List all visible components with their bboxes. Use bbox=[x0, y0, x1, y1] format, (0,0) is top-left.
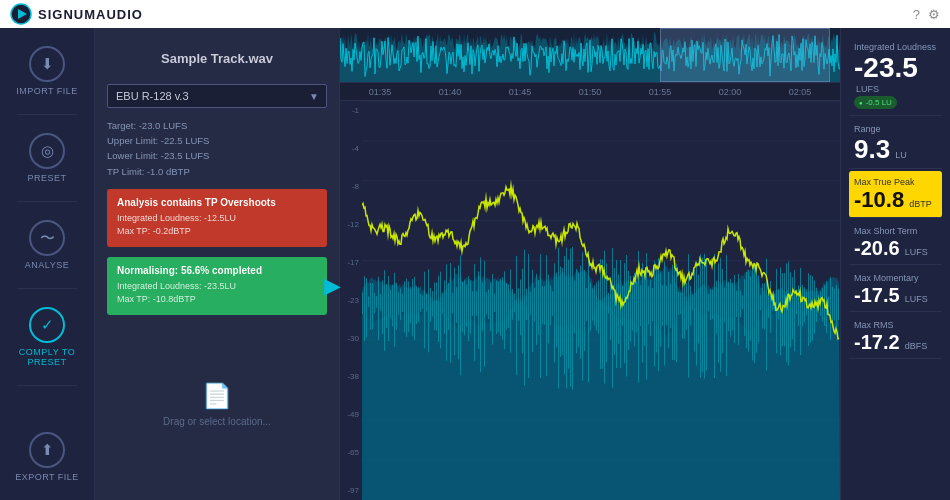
timeline-label-5: 02:00 bbox=[719, 87, 742, 97]
max-short-term-value: -20.6 bbox=[854, 237, 900, 259]
y-label-7: -38 bbox=[340, 372, 359, 381]
main-waveform-canvas bbox=[362, 101, 840, 500]
import-icon: ⬇ bbox=[29, 46, 65, 82]
preset-info: Target: -23.0 LUFS Upper Limit: -22.5 LU… bbox=[107, 118, 327, 179]
timeline-label-3: 01:50 bbox=[579, 87, 602, 97]
max-true-peak-unit: dBTP bbox=[909, 199, 932, 209]
timeline-labels: 01:35 01:40 01:45 01:50 01:55 02:00 02:0… bbox=[345, 87, 835, 97]
error-max-tp: Max TP: -0.2dBTP bbox=[117, 225, 317, 239]
progress-title: Normalising: 56.6% completed bbox=[117, 265, 317, 276]
range-value-row: 9.3 LU bbox=[854, 136, 937, 162]
y-label-3: -12 bbox=[340, 220, 359, 229]
sidebar-label-analyse: ANALYSE bbox=[25, 260, 69, 270]
success-status-box: Normalising: 56.6% completed Integrated … bbox=[107, 257, 327, 315]
max-momentary-unit: LUFS bbox=[905, 294, 928, 304]
drag-file-icon: 📄 bbox=[202, 382, 232, 410]
range-unit: LU bbox=[895, 150, 907, 160]
sidebar-item-comply[interactable]: ✓ COMPLY TO PRESET bbox=[5, 299, 90, 375]
drag-text: Drag or select location... bbox=[163, 416, 271, 427]
integrated-value: -23.5 bbox=[854, 52, 918, 83]
stats-panel: Integrated Loudness -23.5 LUFS -0.5 LU R… bbox=[840, 28, 950, 500]
drag-drop-area[interactable]: 📄 Drag or select location... bbox=[107, 325, 327, 485]
sidebar-item-export[interactable]: ⬆ EXPORT FILE bbox=[5, 424, 90, 490]
max-true-peak-section: Max True Peak -10.8 dBTP bbox=[849, 171, 942, 218]
sidebar-divider-2 bbox=[17, 201, 77, 202]
header: SIGNUMAUDIO ? ⚙ bbox=[0, 0, 950, 28]
progress-integrated: Integrated Loudness: -23.5LU bbox=[117, 280, 317, 294]
max-true-peak-value: -10.8 bbox=[854, 187, 904, 212]
integrated-label: Integrated Loudness bbox=[854, 42, 937, 52]
chart-area: 01:35 01:40 01:45 01:50 01:55 02:00 02:0… bbox=[340, 28, 840, 500]
y-label-6: -30 bbox=[340, 334, 359, 343]
max-rms-value-row: -17.2 dBFS bbox=[854, 332, 937, 352]
file-name: Sample Track.wav bbox=[107, 43, 327, 74]
settings-icon[interactable]: ⚙ bbox=[928, 7, 940, 22]
y-label-0: -1 bbox=[340, 106, 359, 115]
max-momentary-label: Max Momentary bbox=[854, 273, 937, 283]
progress-arrow-icon: ▶ bbox=[324, 273, 341, 299]
max-true-peak-value-row: -10.8 dBTP bbox=[854, 189, 937, 211]
sidebar-label-preset: PRESET bbox=[27, 173, 66, 183]
max-momentary-value: -17.5 bbox=[854, 284, 900, 306]
sidebar-item-preset[interactable]: ◎ PRESET bbox=[5, 125, 90, 191]
y-label-10: -97 bbox=[340, 486, 359, 495]
y-label-5: -23 bbox=[340, 296, 359, 305]
timeline-label-6: 02:05 bbox=[789, 87, 812, 97]
integrated-value-row: -23.5 LUFS bbox=[854, 54, 937, 94]
integrated-badge: -0.5 LU bbox=[854, 96, 897, 109]
max-rms-label: Max RMS bbox=[854, 320, 937, 330]
error-title: Analysis contains TP Overshoots bbox=[117, 197, 317, 208]
sidebar: ⬇ IMPORT FILE ◎ PRESET 〜 ANALYSE ✓ COMPL… bbox=[0, 28, 95, 500]
sidebar-divider-3 bbox=[17, 288, 77, 289]
preset-select-container: EBU R-128 v.3 ATSC A/85 AES Streaming ▼ bbox=[107, 84, 327, 108]
max-rms-unit: dBFS bbox=[905, 341, 928, 351]
preset-lower: Lower Limit: -23.5 LUFS bbox=[107, 148, 327, 163]
sidebar-item-analyse[interactable]: 〜 ANALYSE bbox=[5, 212, 90, 278]
max-rms-value: -17.2 bbox=[854, 331, 900, 353]
progress-max-tp: Max TP: -10.8dBTP bbox=[117, 293, 317, 307]
sidebar-divider-1 bbox=[17, 114, 77, 115]
timeline-label-1: 01:40 bbox=[439, 87, 462, 97]
preset-icon: ◎ bbox=[29, 133, 65, 169]
integrated-unit: LUFS bbox=[856, 84, 879, 94]
export-icon: ⬆ bbox=[29, 432, 65, 468]
header-right: ? ⚙ bbox=[913, 7, 940, 22]
comply-icon: ✓ bbox=[29, 307, 65, 343]
preset-tp: TP Limit: -1.0 dBTP bbox=[107, 164, 327, 179]
y-label-9: -65 bbox=[340, 448, 359, 457]
sidebar-label-import: IMPORT FILE bbox=[16, 86, 78, 96]
y-label-1: -4 bbox=[340, 144, 359, 153]
logo-area: SIGNUMAUDIO bbox=[10, 3, 143, 25]
logo-text: SIGNUMAUDIO bbox=[38, 7, 143, 22]
overview-track bbox=[340, 28, 840, 83]
error-status-box: Analysis contains TP Overshoots Integrat… bbox=[107, 189, 327, 247]
timeline-label-2: 01:45 bbox=[509, 87, 532, 97]
help-icon[interactable]: ? bbox=[913, 7, 920, 22]
max-true-peak-label: Max True Peak bbox=[854, 177, 937, 187]
sidebar-divider-4 bbox=[17, 385, 77, 386]
sidebar-label-comply: COMPLY TO PRESET bbox=[10, 347, 85, 367]
preset-target: Target: -23.0 LUFS bbox=[107, 118, 327, 133]
overview-selection[interactable] bbox=[660, 28, 830, 82]
timeline-label-4: 01:55 bbox=[649, 87, 672, 97]
main-waveform: -1 -4 -8 -12 -17 -23 -30 -38 -49 -65 -97 bbox=[340, 101, 840, 500]
range-section: Range 9.3 LU bbox=[849, 118, 942, 169]
max-short-term-label: Max Short Term bbox=[854, 226, 937, 236]
max-short-term-section: Max Short Term -20.6 LUFS bbox=[849, 220, 942, 265]
y-axis: -1 -4 -8 -12 -17 -23 -30 -38 -49 -65 -97 bbox=[340, 101, 362, 500]
timeline-ruler: 01:35 01:40 01:45 01:50 01:55 02:00 02:0… bbox=[340, 83, 840, 101]
analyse-icon: 〜 bbox=[29, 220, 65, 256]
content-panel: Sample Track.wav EBU R-128 v.3 ATSC A/85… bbox=[95, 28, 340, 500]
max-momentary-value-row: -17.5 LUFS bbox=[854, 285, 937, 305]
progress-wrapper: Normalising: 56.6% completed Integrated … bbox=[107, 257, 327, 315]
sidebar-item-import[interactable]: ⬇ IMPORT FILE bbox=[5, 38, 90, 104]
sidebar-label-export: EXPORT FILE bbox=[15, 472, 79, 482]
y-label-2: -8 bbox=[340, 182, 359, 191]
timeline-label-0: 01:35 bbox=[369, 87, 392, 97]
max-rms-section: Max RMS -17.2 dBFS bbox=[849, 314, 942, 359]
main-layout: ⬇ IMPORT FILE ◎ PRESET 〜 ANALYSE ✓ COMPL… bbox=[0, 28, 950, 500]
y-label-8: -49 bbox=[340, 410, 359, 419]
preset-select[interactable]: EBU R-128 v.3 ATSC A/85 AES Streaming bbox=[107, 84, 327, 108]
max-short-term-value-row: -20.6 LUFS bbox=[854, 238, 937, 258]
error-integrated: Integrated Loudness: -12.5LU bbox=[117, 212, 317, 226]
